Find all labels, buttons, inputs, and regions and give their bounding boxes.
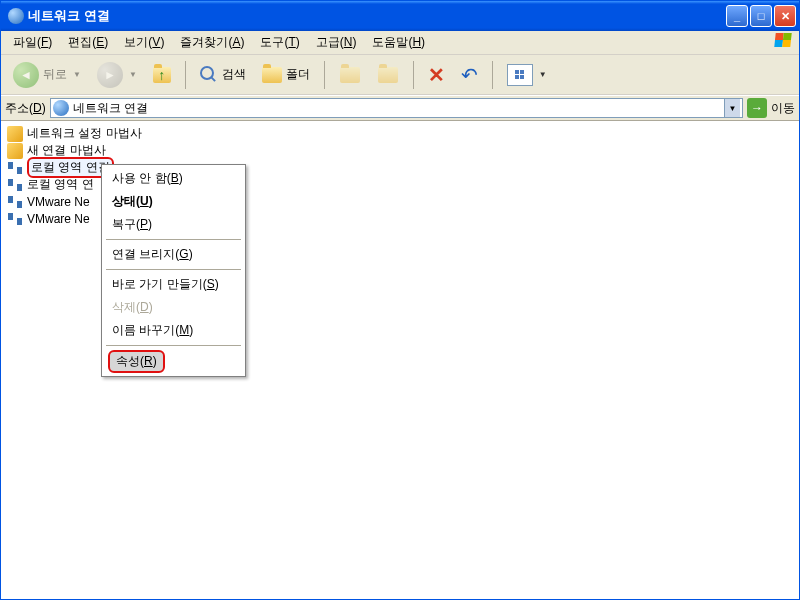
views-button[interactable]: ▼ [501, 60, 553, 90]
list-item-label: 로컬 영역 연결 [31, 159, 110, 176]
menu-view[interactable]: 보기(V) [116, 32, 172, 53]
window-title: 네트워크 연결 [28, 7, 726, 25]
move-to-button[interactable] [333, 60, 367, 90]
cm-bridge[interactable]: 연결 브리지(G) [104, 243, 243, 266]
go-label: 이동 [771, 100, 795, 117]
folder-icon [262, 67, 282, 83]
separator [106, 269, 241, 270]
nic-icon [7, 177, 23, 193]
back-label: 뒤로 [43, 66, 67, 83]
menubar: 파일(F) 편집(E) 보기(V) 즐겨찾기(A) 도구(T) 고급(N) 도움… [1, 31, 799, 55]
context-menu: 사용 안 함(B) 상태(U) 복구(P) 연결 브리지(G) 바로 가기 만들… [101, 164, 246, 377]
titlebar[interactable]: 네트워크 연결 _ □ ✕ [1, 1, 799, 31]
separator [492, 61, 493, 89]
go-button[interactable]: → [747, 98, 767, 118]
list-item-label: VMware Ne [27, 195, 90, 209]
up-button[interactable]: ↑ [147, 60, 177, 90]
cm-properties[interactable]: 속성(R) [108, 350, 165, 373]
back-button[interactable]: ◄ 뒤로 ▼ [7, 60, 87, 90]
wizard-icon [7, 126, 23, 142]
separator [324, 61, 325, 89]
chevron-down-icon: ▼ [539, 70, 547, 79]
toolbar: ◄ 뒤로 ▼ ► ▼ ↑ 검색 폴더 ✕ ↶ ▼ [1, 55, 799, 95]
copy-to-icon [377, 64, 399, 86]
separator [413, 61, 414, 89]
close-button[interactable]: ✕ [774, 5, 796, 27]
search-button[interactable]: 검색 [194, 60, 252, 90]
up-folder-icon: ↑ [153, 66, 171, 84]
minimize-button[interactable]: _ [726, 5, 748, 27]
folders-label: 폴더 [286, 66, 310, 83]
separator [106, 345, 241, 346]
wizard-icon [7, 143, 23, 159]
chevron-down-icon: ▼ [129, 70, 137, 79]
delete-button[interactable]: ✕ [422, 60, 451, 90]
chevron-down-icon: ▼ [73, 70, 81, 79]
separator [185, 61, 186, 89]
back-arrow-icon: ◄ [13, 62, 39, 88]
addressbar: 주소(D) 네트워크 연결 ▼ → 이동 [1, 95, 799, 121]
delete-x-icon: ✕ [428, 63, 445, 87]
windows-logo-icon [775, 33, 795, 51]
cm-status[interactable]: 상태(U) [104, 190, 243, 213]
app-icon [8, 8, 24, 24]
window-buttons: _ □ ✕ [726, 5, 796, 27]
address-input[interactable]: 네트워크 연결 ▼ [50, 98, 743, 118]
undo-icon: ↶ [461, 63, 478, 87]
address-dropdown-button[interactable]: ▼ [724, 99, 740, 117]
menu-favorites[interactable]: 즐겨찾기(A) [172, 32, 252, 53]
menu-help[interactable]: 도움말(H) [364, 32, 433, 53]
copy-to-button[interactable] [371, 60, 405, 90]
cm-disable[interactable]: 사용 안 함(B) [104, 167, 243, 190]
maximize-button[interactable]: □ [750, 5, 772, 27]
list-item-label: 네트워크 설정 마법사 [27, 125, 142, 142]
menu-edit[interactable]: 편집(E) [60, 32, 116, 53]
cm-repair[interactable]: 복구(P) [104, 213, 243, 236]
cm-rename[interactable]: 이름 바꾸기(M) [104, 319, 243, 342]
nic-icon [7, 160, 23, 176]
folders-button[interactable]: 폴더 [256, 60, 316, 90]
list-item[interactable]: 네트워크 설정 마법사 [5, 125, 795, 142]
address-icon [53, 100, 69, 116]
forward-button[interactable]: ► ▼ [91, 60, 143, 90]
search-label: 검색 [222, 66, 246, 83]
cm-shortcut[interactable]: 바로 가기 만들기(S) [104, 273, 243, 296]
content-pane[interactable]: 네트워크 설정 마법사 새 연결 마법사 로컬 영역 연결 로컬 영역 연 VM… [1, 121, 799, 599]
undo-button[interactable]: ↶ [455, 60, 484, 90]
forward-arrow-icon: ► [97, 62, 123, 88]
menu-tools[interactable]: 도구(T) [252, 32, 307, 53]
search-icon [200, 66, 218, 84]
address-label: 주소(D) [5, 100, 46, 117]
list-item[interactable]: 새 연결 마법사 [5, 142, 795, 159]
nic-icon [7, 194, 23, 210]
address-value: 네트워크 연결 [73, 100, 720, 117]
cm-delete: 삭제(D) [104, 296, 243, 319]
separator [106, 239, 241, 240]
menu-advanced[interactable]: 고급(N) [308, 32, 365, 53]
network-connections-window: 네트워크 연결 _ □ ✕ 파일(F) 편집(E) 보기(V) 즐겨찾기(A) … [0, 0, 800, 600]
nic-icon [7, 211, 23, 227]
views-icon [507, 64, 533, 86]
list-item-label: 로컬 영역 연 [27, 176, 94, 193]
list-item-label: VMware Ne [27, 212, 90, 226]
menu-file[interactable]: 파일(F) [5, 32, 60, 53]
move-to-icon [339, 64, 361, 86]
